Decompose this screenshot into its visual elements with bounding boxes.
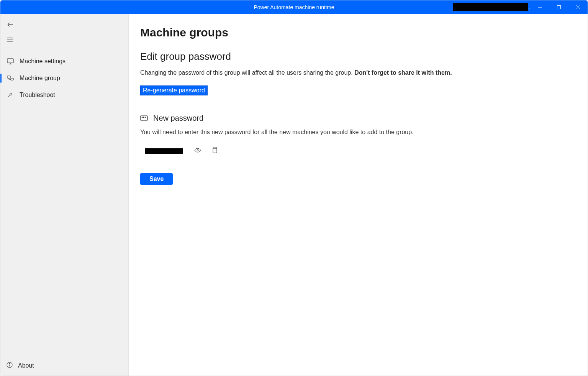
- sidebar-item-label: Machine group: [20, 75, 60, 82]
- main-content: Machine groups Edit group password Chang…: [129, 14, 588, 376]
- new-password-label: New password: [153, 114, 203, 123]
- info-icon: [7, 362, 13, 369]
- svg-point-19: [142, 117, 142, 118]
- hamburger-button[interactable]: [0, 33, 128, 48]
- sidebar-item-machine-group[interactable]: Machine group: [0, 70, 128, 87]
- section-desc-text: Changing the password of this group will…: [140, 69, 354, 76]
- svg-rect-23: [213, 148, 217, 153]
- sidebar-item-troubleshoot[interactable]: Troubleshoot: [0, 87, 128, 103]
- copy-icon: [211, 147, 218, 155]
- about-label: About: [18, 362, 34, 369]
- wrench-icon: [7, 92, 14, 99]
- svg-point-21: [145, 117, 146, 118]
- regenerate-password-button[interactable]: Re-generate password: [140, 85, 208, 95]
- section-desc-strong: Don't forget to share it with them.: [354, 69, 452, 76]
- svg-point-20: [143, 117, 144, 118]
- hamburger-icon: [7, 37, 13, 44]
- user-account-region[interactable]: [453, 3, 528, 11]
- section-description: Changing the password of this group will…: [140, 69, 588, 76]
- titlebar: Power Automate machine runtime .: [0, 0, 588, 14]
- new-password-description: You will need to enter this new password…: [140, 129, 588, 136]
- monitor-icon: [7, 58, 14, 64]
- svg-rect-11: [7, 76, 10, 78]
- svg-point-17: [10, 363, 10, 364]
- copy-password-button[interactable]: [210, 146, 219, 156]
- arrow-left-icon: [7, 21, 13, 30]
- sidebar-item-about[interactable]: About: [0, 357, 128, 374]
- group-icon: [7, 75, 14, 81]
- page-title: Machine groups: [140, 26, 588, 39]
- window-controls: [530, 0, 588, 14]
- back-button[interactable]: [0, 18, 128, 33]
- section-title: Edit group password: [140, 51, 588, 62]
- svg-point-22: [197, 149, 198, 151]
- sidebar-item-machine-settings[interactable]: Machine settings: [0, 53, 128, 70]
- save-button[interactable]: Save: [140, 173, 173, 185]
- maximize-button[interactable]: [549, 0, 568, 14]
- minimize-button[interactable]: [530, 0, 549, 14]
- password-row: [140, 146, 588, 156]
- password-field-icon: [140, 114, 148, 123]
- close-button[interactable]: [568, 0, 588, 14]
- sidebar-item-label: Troubleshoot: [20, 92, 55, 99]
- svg-rect-8: [7, 59, 13, 63]
- reveal-password-button[interactable]: [193, 146, 202, 156]
- password-value-masked[interactable]: [145, 148, 183, 154]
- app-window: Power Automate machine runtime .: [0, 0, 588, 376]
- window-title: Power Automate machine runtime: [254, 4, 334, 10]
- sidebar-item-label: Machine settings: [20, 58, 66, 65]
- eye-icon: [194, 148, 201, 154]
- nav-list: Machine settings Machine group Troublesh…: [0, 53, 128, 103]
- app-body: Machine settings Machine group Troublesh…: [0, 14, 588, 376]
- sidebar: Machine settings Machine group Troublesh…: [0, 14, 129, 376]
- new-password-heading: New password: [140, 114, 588, 123]
- svg-rect-12: [11, 78, 13, 80]
- svg-rect-18: [141, 116, 147, 120]
- sidebar-top-icons: [0, 18, 128, 48]
- svg-rect-1: [557, 5, 561, 9]
